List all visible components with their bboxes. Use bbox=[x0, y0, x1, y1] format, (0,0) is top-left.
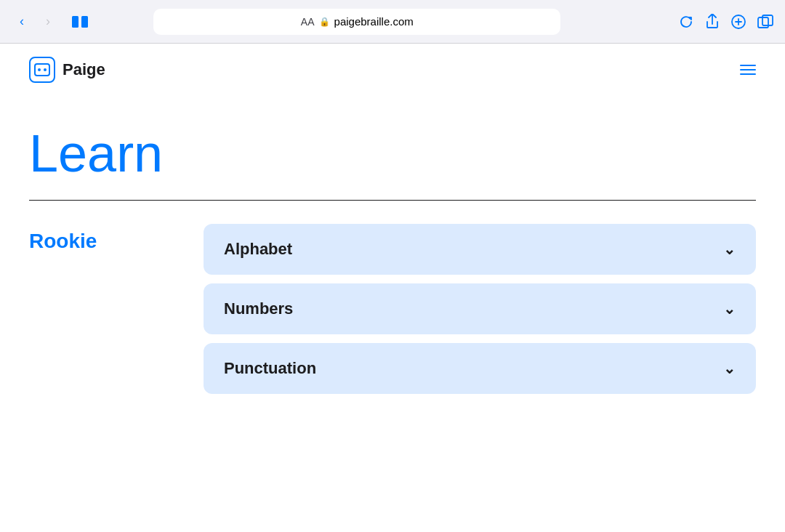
nav-buttons: ‹ › bbox=[12, 12, 58, 32]
menu-line-1 bbox=[740, 65, 756, 66]
menu-line-3 bbox=[740, 73, 756, 75]
reader-text: AA bbox=[301, 16, 315, 28]
page-title: Learn bbox=[29, 125, 756, 182]
accordion-label-punctuation: Punctuation bbox=[224, 359, 316, 378]
learn-section: Rookie Alphabet ⌄ Numbers ⌄ Punctuation … bbox=[29, 224, 756, 394]
section-label: Rookie bbox=[29, 224, 174, 253]
accordion-label-alphabet: Alphabet bbox=[224, 240, 292, 259]
lock-icon: 🔒 bbox=[319, 17, 330, 27]
chevron-down-icon-numbers: ⌄ bbox=[723, 300, 736, 318]
svg-rect-3 bbox=[758, 17, 768, 28]
hamburger-menu-button[interactable] bbox=[740, 65, 756, 75]
divider bbox=[29, 200, 756, 201]
reader-mode-button[interactable] bbox=[70, 12, 90, 32]
accordion-list: Alphabet ⌄ Numbers ⌄ Punctuation ⌄ bbox=[204, 224, 756, 394]
svg-rect-1 bbox=[81, 16, 88, 28]
svg-rect-5 bbox=[35, 64, 49, 76]
refresh-button[interactable] bbox=[679, 15, 693, 29]
svg-point-6 bbox=[38, 68, 41, 71]
menu-line-2 bbox=[740, 69, 756, 70]
accordion-item-punctuation[interactable]: Punctuation ⌄ bbox=[204, 343, 756, 394]
chevron-down-icon-alphabet: ⌄ bbox=[723, 241, 736, 258]
back-button[interactable]: ‹ bbox=[12, 12, 32, 32]
main-content: Learn Rookie Alphabet ⌄ Numbers ⌄ Punctu… bbox=[0, 96, 785, 423]
tabs-button[interactable] bbox=[757, 15, 773, 29]
logo-icon bbox=[29, 57, 55, 83]
toolbar-right bbox=[679, 14, 773, 30]
page-content: Paige Learn Rookie Alphabet ⌄ Numbers ⌄ bbox=[0, 44, 785, 532]
browser-chrome: ‹ › AA 🔒 paigebraille.com bbox=[0, 0, 785, 44]
url-text: paigebraille.com bbox=[334, 15, 414, 28]
logo-text: Paige bbox=[63, 60, 105, 79]
forward-button[interactable]: › bbox=[38, 12, 58, 32]
add-tab-button[interactable] bbox=[731, 15, 746, 29]
accordion-item-numbers[interactable]: Numbers ⌄ bbox=[204, 283, 756, 334]
accordion-item-alphabet[interactable]: Alphabet ⌄ bbox=[204, 224, 756, 275]
address-bar[interactable]: AA 🔒 paigebraille.com bbox=[153, 9, 560, 35]
svg-rect-0 bbox=[72, 16, 78, 28]
accordion-label-numbers: Numbers bbox=[224, 299, 293, 318]
site-logo: Paige bbox=[29, 57, 105, 83]
chevron-down-icon-punctuation: ⌄ bbox=[723, 360, 736, 377]
share-button[interactable] bbox=[705, 14, 720, 30]
svg-point-7 bbox=[44, 68, 47, 71]
site-header: Paige bbox=[0, 44, 785, 96]
